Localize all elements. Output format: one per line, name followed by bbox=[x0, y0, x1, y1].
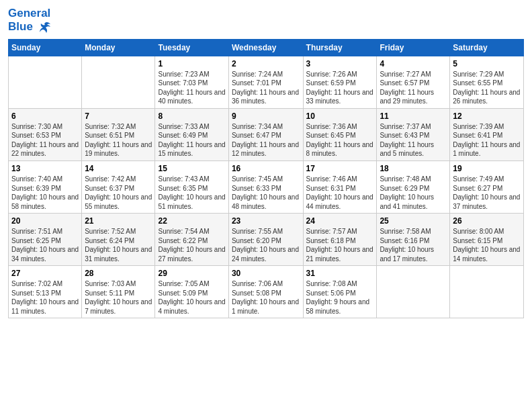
calendar-cell: 25Sunrise: 7:58 AM Sunset: 6:16 PM Dayli… bbox=[377, 214, 450, 266]
calendar-cell: 2Sunrise: 7:24 AM Sunset: 7:01 PM Daylig… bbox=[228, 56, 303, 108]
day-info: Sunrise: 7:58 AM Sunset: 6:16 PM Dayligh… bbox=[380, 227, 447, 263]
calendar-cell: 14Sunrise: 7:42 AM Sunset: 6:37 PM Dayli… bbox=[82, 161, 155, 213]
day-number: 31 bbox=[306, 268, 374, 279]
day-info: Sunrise: 7:40 AM Sunset: 6:39 PM Dayligh… bbox=[11, 175, 79, 211]
day-info: Sunrise: 7:42 AM Sunset: 6:37 PM Dayligh… bbox=[85, 175, 152, 211]
day-info: Sunrise: 7:27 AM Sunset: 6:57 PM Dayligh… bbox=[380, 70, 447, 106]
weekday-header: Sunday bbox=[9, 39, 82, 56]
calendar-cell: 19Sunrise: 7:49 AM Sunset: 6:27 PM Dayli… bbox=[450, 161, 524, 213]
day-number: 14 bbox=[85, 163, 152, 174]
day-info: Sunrise: 7:26 AM Sunset: 6:59 PM Dayligh… bbox=[306, 70, 374, 106]
weekday-header: Tuesday bbox=[155, 39, 228, 56]
day-number: 6 bbox=[11, 111, 79, 122]
day-number: 27 bbox=[11, 268, 79, 279]
calendar-cell: 7Sunrise: 7:32 AM Sunset: 6:51 PM Daylig… bbox=[82, 108, 155, 161]
calendar-cell: 13Sunrise: 7:40 AM Sunset: 6:39 PM Dayli… bbox=[9, 161, 82, 213]
calendar-cell: 21Sunrise: 7:52 AM Sunset: 6:24 PM Dayli… bbox=[82, 214, 155, 266]
day-info: Sunrise: 7:39 AM Sunset: 6:41 PM Dayligh… bbox=[453, 122, 521, 158]
day-info: Sunrise: 7:29 AM Sunset: 6:55 PM Dayligh… bbox=[453, 70, 521, 106]
calendar-cell: 5Sunrise: 7:29 AM Sunset: 6:55 PM Daylig… bbox=[450, 56, 524, 108]
calendar-cell bbox=[377, 266, 450, 318]
weekday-header: Thursday bbox=[303, 39, 377, 56]
day-number: 23 bbox=[232, 216, 300, 226]
calendar-cell: 11Sunrise: 7:37 AM Sunset: 6:43 PM Dayli… bbox=[377, 108, 450, 161]
day-info: Sunrise: 7:02 AM Sunset: 5:13 PM Dayligh… bbox=[11, 279, 79, 316]
calendar-week-row: 27Sunrise: 7:02 AM Sunset: 5:13 PM Dayli… bbox=[9, 266, 524, 318]
calendar-cell: 23Sunrise: 7:55 AM Sunset: 6:20 PM Dayli… bbox=[228, 214, 303, 266]
calendar-cell bbox=[82, 56, 155, 108]
day-info: Sunrise: 7:30 AM Sunset: 6:53 PM Dayligh… bbox=[11, 122, 79, 158]
weekday-header: Wednesday bbox=[228, 39, 303, 56]
weekday-header: Friday bbox=[377, 39, 450, 56]
day-number: 28 bbox=[85, 268, 152, 279]
day-number: 16 bbox=[232, 163, 300, 174]
weekday-header-row: SundayMondayTuesdayWednesdayThursdayFrid… bbox=[9, 39, 524, 56]
day-info: Sunrise: 7:37 AM Sunset: 6:43 PM Dayligh… bbox=[380, 122, 447, 158]
page-container: General Blue SundayMondayTuesdayWednesda… bbox=[0, 0, 532, 324]
day-number: 1 bbox=[158, 58, 225, 69]
calendar-cell: 18Sunrise: 7:48 AM Sunset: 6:29 PM Dayli… bbox=[377, 161, 450, 213]
day-info: Sunrise: 7:45 AM Sunset: 6:33 PM Dayligh… bbox=[232, 175, 300, 211]
calendar-week-row: 13Sunrise: 7:40 AM Sunset: 6:39 PM Dayli… bbox=[9, 161, 524, 213]
calendar-cell: 26Sunrise: 8:00 AM Sunset: 6:15 PM Dayli… bbox=[450, 214, 524, 266]
day-number: 4 bbox=[380, 58, 447, 69]
day-number: 19 bbox=[453, 163, 521, 174]
day-info: Sunrise: 8:00 AM Sunset: 6:15 PM Dayligh… bbox=[453, 227, 521, 263]
weekday-header: Saturday bbox=[450, 39, 524, 56]
calendar-cell: 27Sunrise: 7:02 AM Sunset: 5:13 PM Dayli… bbox=[9, 266, 82, 318]
calendar-cell: 31Sunrise: 7:08 AM Sunset: 5:06 PM Dayli… bbox=[303, 266, 377, 318]
day-info: Sunrise: 7:03 AM Sunset: 5:11 PM Dayligh… bbox=[85, 279, 152, 316]
calendar-cell: 24Sunrise: 7:57 AM Sunset: 6:18 PM Dayli… bbox=[303, 214, 377, 266]
day-info: Sunrise: 7:43 AM Sunset: 6:35 PM Dayligh… bbox=[158, 175, 225, 211]
day-number: 5 bbox=[453, 58, 521, 69]
day-info: Sunrise: 7:51 AM Sunset: 6:25 PM Dayligh… bbox=[11, 227, 79, 263]
calendar-cell bbox=[9, 56, 82, 108]
day-info: Sunrise: 7:48 AM Sunset: 6:29 PM Dayligh… bbox=[380, 175, 447, 211]
calendar-cell bbox=[450, 266, 524, 318]
day-number: 7 bbox=[85, 111, 152, 122]
day-number: 24 bbox=[306, 216, 374, 226]
calendar-cell: 30Sunrise: 7:06 AM Sunset: 5:08 PM Dayli… bbox=[228, 266, 303, 318]
day-info: Sunrise: 7:05 AM Sunset: 5:09 PM Dayligh… bbox=[158, 279, 225, 316]
day-number: 20 bbox=[11, 216, 79, 226]
day-number: 30 bbox=[232, 268, 300, 279]
day-number: 29 bbox=[158, 268, 225, 279]
day-number: 12 bbox=[453, 111, 521, 122]
calendar-cell: 8Sunrise: 7:33 AM Sunset: 6:49 PM Daylig… bbox=[155, 108, 228, 161]
calendar-cell: 15Sunrise: 7:43 AM Sunset: 6:35 PM Dayli… bbox=[155, 161, 228, 213]
day-number: 2 bbox=[232, 58, 300, 69]
day-number: 15 bbox=[158, 163, 225, 174]
day-info: Sunrise: 7:52 AM Sunset: 6:24 PM Dayligh… bbox=[85, 227, 152, 263]
day-info: Sunrise: 7:32 AM Sunset: 6:51 PM Dayligh… bbox=[85, 122, 152, 158]
calendar-cell: 20Sunrise: 7:51 AM Sunset: 6:25 PM Dayli… bbox=[9, 214, 82, 266]
calendar-cell: 29Sunrise: 7:05 AM Sunset: 5:09 PM Dayli… bbox=[155, 266, 228, 318]
day-number: 9 bbox=[232, 111, 300, 122]
day-info: Sunrise: 7:49 AM Sunset: 6:27 PM Dayligh… bbox=[453, 175, 521, 211]
day-info: Sunrise: 7:23 AM Sunset: 7:03 PM Dayligh… bbox=[158, 70, 225, 106]
day-number: 25 bbox=[380, 216, 447, 226]
day-info: Sunrise: 7:08 AM Sunset: 5:06 PM Dayligh… bbox=[306, 279, 374, 316]
day-info: Sunrise: 7:24 AM Sunset: 7:01 PM Dayligh… bbox=[232, 70, 300, 106]
calendar-cell: 9Sunrise: 7:34 AM Sunset: 6:47 PM Daylig… bbox=[228, 108, 303, 161]
day-number: 26 bbox=[453, 216, 521, 226]
day-info: Sunrise: 7:55 AM Sunset: 6:20 PM Dayligh… bbox=[232, 227, 300, 263]
day-number: 22 bbox=[158, 216, 225, 226]
day-number: 10 bbox=[306, 111, 374, 122]
calendar-week-row: 20Sunrise: 7:51 AM Sunset: 6:25 PM Dayli… bbox=[9, 214, 524, 266]
calendar-cell: 3Sunrise: 7:26 AM Sunset: 6:59 PM Daylig… bbox=[303, 56, 377, 108]
day-number: 17 bbox=[306, 163, 374, 174]
day-number: 11 bbox=[380, 111, 447, 122]
logo: General Blue bbox=[8, 7, 52, 35]
day-info: Sunrise: 7:36 AM Sunset: 6:45 PM Dayligh… bbox=[306, 122, 374, 158]
day-info: Sunrise: 7:54 AM Sunset: 6:22 PM Dayligh… bbox=[158, 227, 225, 263]
calendar-cell: 17Sunrise: 7:46 AM Sunset: 6:31 PM Dayli… bbox=[303, 161, 377, 213]
calendar-cell: 22Sunrise: 7:54 AM Sunset: 6:22 PM Dayli… bbox=[155, 214, 228, 266]
calendar-cell: 16Sunrise: 7:45 AM Sunset: 6:33 PM Dayli… bbox=[228, 161, 303, 213]
day-number: 8 bbox=[158, 111, 225, 122]
day-number: 18 bbox=[380, 163, 447, 174]
header: General Blue bbox=[8, 7, 524, 35]
day-info: Sunrise: 7:57 AM Sunset: 6:18 PM Dayligh… bbox=[306, 227, 374, 263]
day-number: 21 bbox=[85, 216, 152, 226]
calendar-cell: 28Sunrise: 7:03 AM Sunset: 5:11 PM Dayli… bbox=[82, 266, 155, 318]
calendar-cell: 1Sunrise: 7:23 AM Sunset: 7:03 PM Daylig… bbox=[155, 56, 228, 108]
